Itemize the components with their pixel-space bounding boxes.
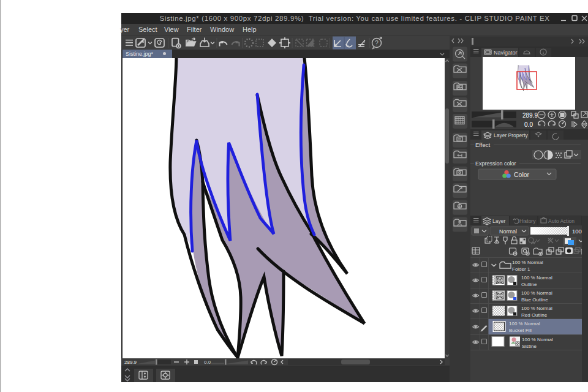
svg-text:Layer Property: Layer Property [494, 132, 528, 138]
svg-text:100 % Normal: 100 % Normal [521, 306, 552, 311]
svg-text:Normal: Normal [499, 228, 517, 235]
svg-text:Red Outline: Red Outline [521, 312, 548, 318]
svg-text:0.0: 0.0 [204, 360, 211, 365]
svg-text:100 % Normal: 100 % Normal [521, 290, 552, 296]
svg-text:Layer: Layer [492, 218, 505, 224]
svg-text:Outline: Outline [521, 282, 537, 287]
svg-text:289.9: 289.9 [522, 112, 538, 119]
svg-text:100 % Normal: 100 % Normal [521, 275, 552, 281]
svg-text:289.9: 289.9 [124, 360, 137, 365]
svg-text:Sistine: Sistine [522, 344, 537, 349]
svg-text:Color: Color [514, 171, 530, 178]
svg-text:Navigator: Navigator [494, 50, 518, 56]
svg-text:?: ? [375, 39, 379, 47]
svg-text:Bucket Fill: Bucket Fill [509, 328, 532, 333]
svg-text:History: History [519, 218, 536, 224]
svg-text:100 % Normal: 100 % Normal [522, 337, 553, 342]
svg-text:Blue Outline: Blue Outline [521, 297, 548, 303]
svg-text:Effect: Effect [475, 141, 490, 148]
svg-text:0.0: 0.0 [524, 121, 533, 128]
svg-text:Expression color: Expression color [475, 160, 516, 167]
svg-text:Auto Action: Auto Action [548, 218, 575, 224]
svg-text:100 % Normal: 100 % Normal [512, 260, 543, 265]
svg-text:100 % Normal: 100 % Normal [509, 321, 540, 326]
svg-text:100: 100 [572, 228, 582, 235]
svg-text:Folder 1: Folder 1 [512, 266, 530, 272]
